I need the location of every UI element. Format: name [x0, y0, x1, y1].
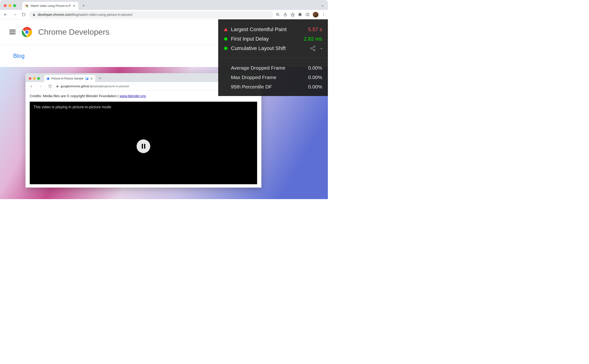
inner-reload-button[interactable]	[47, 83, 53, 90]
svg-point-19	[313, 46, 315, 47]
svg-marker-8	[291, 13, 295, 16]
inner-close-button[interactable]	[29, 77, 31, 80]
inner-back-button[interactable]	[28, 83, 34, 90]
address-bar[interactable]: developer.chrome.com/blog/watch-video-us…	[29, 11, 273, 18]
page-content: Chrome Developers Blog Picture-in	[0, 19, 328, 202]
bookmark-icon[interactable]	[291, 13, 295, 17]
share-icon[interactable]	[310, 45, 316, 52]
svg-point-21	[313, 49, 315, 51]
close-tab-button[interactable]: ✕	[73, 4, 76, 8]
lock-icon	[32, 13, 35, 16]
dot-icon	[224, 46, 228, 50]
inner-forward-button[interactable]	[37, 83, 44, 90]
svg-rect-9	[306, 13, 309, 16]
url-text: developer.chrome.com/blog/watch-video-us…	[38, 13, 133, 17]
metric-value: 5.57 s	[308, 26, 322, 32]
back-button[interactable]	[2, 11, 9, 18]
frame-value: 0.00%	[308, 84, 322, 90]
browser-toolbar: developer.chrome.com/blog/watch-video-us…	[0, 10, 328, 19]
svg-point-11	[324, 13, 324, 14]
inner-page-content: Credits: Media files are © copyright Ble…	[26, 91, 261, 188]
svg-line-4	[278, 15, 279, 16]
frame-label: Max Dropped Frame	[224, 75, 277, 80]
metric-value: -	[321, 45, 322, 52]
svg-point-20	[311, 48, 312, 49]
forward-button[interactable]	[11, 11, 18, 18]
frames-section: Average Dropped Frame 0.00% Max Dropped …	[218, 58, 328, 96]
inner-browser-tab[interactable]: Picture-in-Picture Sample ✕	[44, 75, 95, 82]
maximize-window-button[interactable]	[13, 4, 16, 7]
frame-row: 95th Percentile DF 0.00%	[224, 83, 322, 91]
menu-icon[interactable]	[322, 13, 325, 17]
metric-value: 2.82 ms	[304, 36, 322, 42]
extensions-icon[interactable]	[298, 13, 302, 17]
frame-row: Average Dropped Frame 0.00%	[224, 64, 322, 72]
tab-strip: Watch video using Picture-in-P ✕ +	[0, 0, 328, 10]
chrome-logo-icon	[21, 26, 32, 38]
svg-rect-18	[87, 78, 88, 79]
inner-lock-icon	[56, 85, 59, 88]
svg-line-23	[312, 49, 314, 50]
performance-overlay: Largest Contentful Paint 5.57 s First In…	[218, 19, 328, 96]
browser-tab[interactable]: Watch video using Picture-in-P ✕	[22, 2, 78, 10]
frame-label: 95th Percentile DF	[224, 84, 272, 90]
pause-button[interactable]	[136, 139, 150, 153]
new-tab-button[interactable]: +	[80, 2, 87, 9]
svg-line-22	[312, 47, 314, 48]
metric-row-lcp: Largest Contentful Paint 5.57 s	[224, 26, 322, 33]
browser-window: Watch video using Picture-in-P ✕ + devel…	[0, 0, 328, 202]
tabs-dropdown-button[interactable]	[321, 4, 324, 7]
profile-avatar[interactable]	[313, 12, 318, 18]
window-controls	[4, 4, 16, 7]
video-player[interactable]: This video is playing in picture-in-pict…	[30, 102, 257, 184]
inner-maximize-button[interactable]	[37, 77, 40, 80]
zoom-icon[interactable]	[276, 13, 280, 17]
svg-point-13	[324, 15, 324, 16]
svg-point-12	[324, 14, 324, 15]
inner-new-tab-button[interactable]: +	[97, 75, 103, 82]
svg-point-16	[25, 30, 29, 34]
inner-tab-title: Picture-in-Picture Sample	[52, 77, 84, 80]
browser-chrome: Watch video using Picture-in-P ✕ + devel…	[0, 0, 328, 19]
gear-favicon-icon	[46, 77, 50, 80]
dot-icon	[224, 37, 228, 41]
tab-title: Watch video using Picture-in-P	[31, 4, 71, 7]
inner-minimize-button[interactable]	[33, 77, 36, 80]
close-window-button[interactable]	[4, 4, 6, 7]
pip-status-message: This video is playing in picture-in-pict…	[33, 105, 253, 109]
frame-row: Max Dropped Frame 0.00%	[224, 73, 322, 81]
inner-window-controls	[29, 77, 40, 80]
metric-row-fid: First Input Delay 2.82 ms	[224, 35, 322, 43]
web-vitals-section: Largest Contentful Paint 5.57 s First In…	[218, 19, 328, 58]
metric-row-cls: Cumulative Layout Shift -	[224, 44, 322, 52]
reload-button[interactable]	[20, 11, 27, 18]
site-title: Chrome Developers	[38, 27, 110, 37]
metric-label: Largest Contentful Paint	[231, 26, 287, 32]
inner-close-tab-button[interactable]: ✕	[90, 77, 93, 80]
side-panel-icon[interactable]	[305, 13, 310, 17]
frame-label: Average Dropped Frame	[224, 65, 285, 71]
blog-link[interactable]: Blog	[13, 53, 25, 59]
minimize-window-button[interactable]	[8, 4, 11, 7]
chrome-favicon-icon	[25, 4, 29, 8]
blender-link[interactable]: www.blender.org	[120, 94, 146, 98]
triangle-up-icon	[224, 28, 228, 31]
share-icon[interactable]	[283, 13, 287, 17]
toolbar-actions	[276, 12, 325, 18]
metric-label: First Input Delay	[231, 36, 269, 42]
menu-button[interactable]	[9, 30, 16, 34]
metric-label: Cumulative Layout Shift	[231, 45, 286, 52]
frame-value: 0.00%	[308, 65, 322, 71]
pip-indicator-icon	[85, 77, 88, 80]
inner-url-text: googlechrome.github.io/samples/picture-i…	[61, 84, 129, 88]
frame-value: 0.00%	[308, 75, 322, 80]
